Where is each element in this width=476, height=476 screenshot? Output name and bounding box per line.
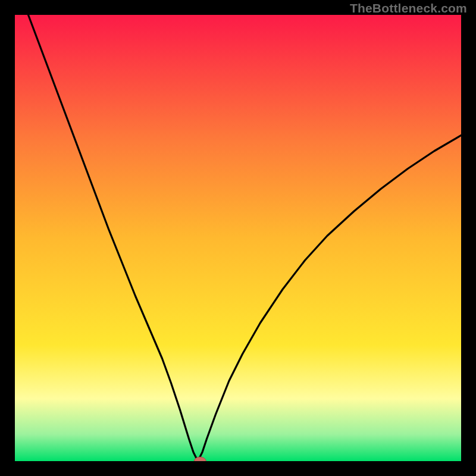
gradient-background <box>15 15 461 461</box>
chart-svg <box>15 15 461 461</box>
chart-frame: TheBottleneck.com <box>0 0 476 476</box>
watermark-text: TheBottleneck.com <box>350 1 467 15</box>
plot-area <box>15 15 461 461</box>
